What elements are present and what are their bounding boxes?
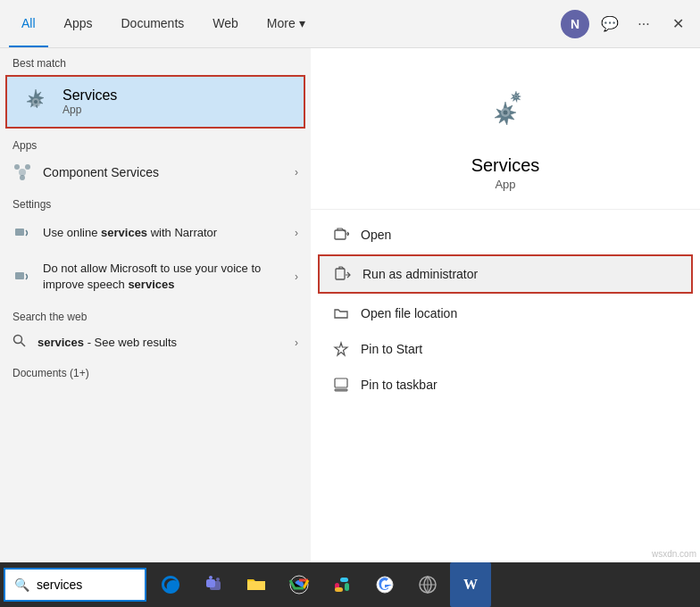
open-file-location-action[interactable]: Open file location: [311, 295, 700, 331]
main-container: Best match Services App Apps: [0, 48, 700, 562]
teams-icon[interactable]: [193, 562, 234, 607]
svg-point-5: [25, 164, 30, 170]
best-match-label: Best match: [0, 48, 311, 73]
component-services-item[interactable]: Component Services ›: [0, 155, 311, 189]
svg-rect-17: [335, 378, 347, 387]
svg-rect-29: [335, 587, 343, 592]
narrator-chevron: ›: [295, 227, 298, 239]
svg-rect-28: [345, 583, 349, 591]
nav-icons: N 💬 ··· ✕: [561, 10, 691, 38]
tab-more[interactable]: More ▾: [254, 0, 318, 47]
pin-to-start-label: Pin to Start: [361, 342, 422, 356]
component-services-icon: [12, 162, 32, 182]
pin-to-taskbar-action[interactable]: Pin to taskbar: [311, 367, 700, 403]
search-web-label: Search the web: [0, 302, 311, 327]
svg-point-4: [14, 164, 20, 170]
services-gear-large-icon: [477, 84, 534, 145]
svg-point-2: [34, 100, 38, 104]
open-file-location-label: Open file location: [361, 306, 457, 320]
svg-rect-23: [247, 581, 265, 590]
slack-icon[interactable]: [321, 562, 362, 607]
best-match-subtitle: App: [62, 104, 117, 116]
close-icon[interactable]: ✕: [664, 11, 691, 37]
svg-point-14: [515, 96, 517, 97]
right-app-title: Services: [471, 155, 540, 176]
svg-point-21: [209, 576, 212, 579]
svg-point-6: [20, 175, 25, 180]
svg-rect-18: [335, 389, 347, 391]
run-as-admin-label: Run as administrator: [362, 267, 478, 281]
best-match-title: Services: [62, 87, 117, 104]
more-options-icon[interactable]: ···: [630, 11, 657, 37]
taskbar: 🔍 W: [0, 562, 700, 607]
component-services-label: Component Services: [43, 165, 284, 179]
open-label: Open: [361, 228, 391, 242]
google-icon[interactable]: [364, 562, 405, 607]
pin-to-taskbar-icon: [332, 376, 350, 394]
apps-label: Apps: [0, 130, 311, 155]
svg-line-10: [21, 343, 26, 347]
search-web-chevron: ›: [295, 337, 298, 349]
top-nav: All Apps Documents Web More ▾ N 💬 ··· ✕: [0, 0, 700, 48]
svg-rect-7: [15, 229, 24, 236]
left-panel: Best match Services App Apps: [0, 48, 311, 562]
search-web-item[interactable]: services - See web results ›: [0, 327, 311, 358]
narrator-icon: [12, 223, 32, 243]
pin-to-start-icon: [332, 340, 350, 358]
file-explorer-icon[interactable]: [236, 562, 277, 607]
run-as-admin-action[interactable]: Run as administrator: [318, 254, 693, 294]
right-app-subtitle: App: [495, 178, 515, 191]
word-icon[interactable]: W: [450, 562, 491, 607]
open-action[interactable]: Open: [311, 217, 700, 253]
tab-web[interactable]: Web: [200, 0, 251, 47]
component-services-chevron: ›: [295, 166, 298, 179]
taskbar-search-box[interactable]: 🔍: [4, 568, 146, 602]
search-web-suffix: - See web results: [84, 336, 177, 349]
search-web-icon: [12, 334, 27, 351]
settings-label: Settings: [0, 189, 311, 214]
chrome-icon[interactable]: [279, 562, 320, 607]
right-panel: Services App Open: [311, 48, 700, 562]
tab-documents[interactable]: Documents: [108, 0, 196, 47]
speech-icon: [12, 267, 32, 287]
best-match-item[interactable]: Services App: [5, 75, 305, 129]
svg-point-22: [216, 578, 220, 581]
svg-rect-16: [336, 269, 345, 279]
edge-icon[interactable]: [150, 562, 191, 607]
open-file-location-icon: [332, 304, 350, 322]
svg-rect-8: [15, 272, 24, 279]
taskbar-search-icon: 🔍: [14, 578, 29, 592]
tab-apps[interactable]: Apps: [52, 0, 105, 47]
svg-rect-20: [206, 579, 215, 587]
speech-label: Do not allow Microsoft to use your voice…: [43, 261, 284, 293]
svg-point-12: [504, 111, 508, 115]
avatar[interactable]: N: [561, 10, 589, 38]
tab-all[interactable]: All: [9, 0, 48, 47]
feedback-icon[interactable]: 💬: [596, 11, 623, 37]
svg-rect-15: [335, 230, 346, 239]
svg-point-9: [14, 336, 22, 344]
search-web-query: services - See web results: [38, 336, 177, 349]
narrator-label: Use online services with Narrator: [43, 225, 284, 241]
taskbar-icons: W: [150, 562, 491, 607]
open-icon: [332, 226, 350, 244]
pin-to-start-action[interactable]: Pin to Start: [311, 331, 700, 367]
right-top: Services App: [311, 48, 700, 210]
run-as-admin-icon: [334, 265, 352, 283]
best-match-text: Services App: [62, 87, 117, 116]
network-icon[interactable]: [407, 562, 448, 607]
pin-to-taskbar-label: Pin to taskbar: [361, 378, 438, 392]
services-app-icon: [20, 86, 52, 118]
svg-point-3: [19, 169, 26, 176]
action-list: Open Run as administrator: [311, 210, 700, 410]
speech-chevron: ›: [295, 270, 298, 283]
docs-label: Documents (1+): [0, 358, 311, 385]
svg-rect-27: [340, 578, 348, 582]
narrator-services-item[interactable]: Use online services with Narrator ›: [0, 214, 311, 252]
speech-services-item[interactable]: Do not allow Microsoft to use your voice…: [0, 252, 311, 302]
taskbar-search-input[interactable]: [37, 578, 136, 592]
